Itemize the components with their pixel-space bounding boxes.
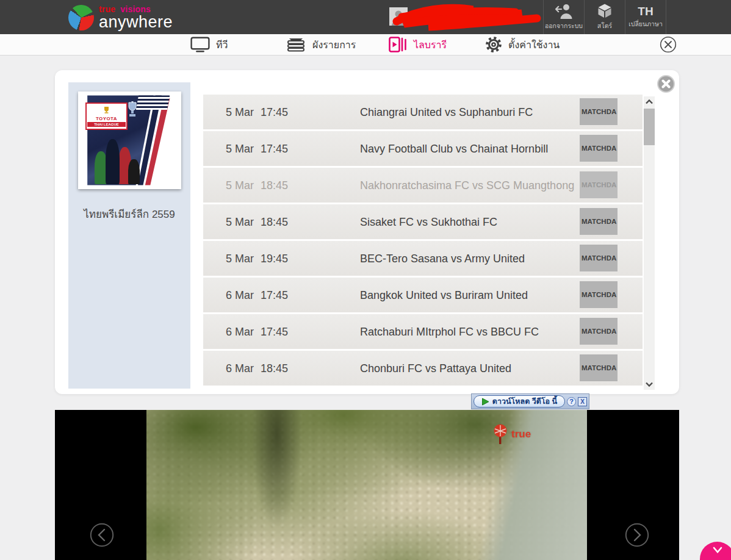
tab-library[interactable]: ไลบรารี bbox=[389, 34, 447, 55]
true-tree-logo-icon bbox=[491, 423, 510, 445]
next-arrow-button[interactable] bbox=[625, 523, 649, 547]
floating-pink-button[interactable] bbox=[700, 542, 731, 560]
matchday-badge: MATCHDA bbox=[580, 98, 618, 125]
match-title: Nakhonratchasima FC vs SCG Muangthong bbox=[360, 179, 574, 192]
list-scrollbar[interactable] bbox=[644, 96, 655, 390]
match-row[interactable]: 6 Mar 17:45 Bangkok United vs Buriram Un… bbox=[203, 278, 643, 312]
matchday-badge: MATCHDA bbox=[580, 208, 618, 235]
store-button[interactable]: สโตร์ bbox=[584, 0, 625, 34]
match-time: 19:45 bbox=[261, 252, 288, 265]
download-video-bar: ดาวน์โหลด วีดีโอ นี้ ? X bbox=[471, 393, 589, 409]
match-row[interactable]: 5 Mar 17:45 Chiangrai United vs Suphanbu… bbox=[203, 95, 643, 129]
guide-icon bbox=[286, 37, 306, 52]
download-button-label: ดาวน์โหลด วีดีโอ นี้ bbox=[492, 395, 557, 407]
toyota-thai-league-logo: TOYOTA THAI LEAGUE bbox=[85, 102, 128, 130]
language-button[interactable]: TH เปลี่ยนภาษา bbox=[625, 0, 666, 34]
nav-close-button[interactable] bbox=[660, 36, 677, 53]
match-date: 6 Mar bbox=[226, 325, 254, 338]
close-chevron-icon bbox=[713, 547, 722, 555]
video-frame[interactable]: true bbox=[146, 410, 587, 560]
match-date: 5 Mar bbox=[226, 252, 254, 265]
match-title: Bangkok United vs Buriram United bbox=[360, 289, 528, 301]
matchday-badge: MATCHDA bbox=[580, 135, 618, 162]
match-time: 17:45 bbox=[261, 325, 288, 338]
league-poster[interactable]: TOYOTA THAI LEAGUE bbox=[78, 92, 181, 189]
match-time: 17:45 bbox=[261, 106, 288, 118]
logout-label: ออกจากระบบ bbox=[545, 21, 583, 31]
poster-sub-text: THAI LEAGUE bbox=[87, 122, 126, 127]
tab-tv[interactable]: ทีวี bbox=[190, 34, 228, 55]
match-date: 5 Mar bbox=[226, 142, 254, 155]
matchday-badge: MATCHDA bbox=[580, 281, 618, 308]
league-sidebar: TOYOTA THAI LEAGUE ไทยพรีเมียร์ลีก 2559 bbox=[68, 82, 190, 389]
language-code: TH bbox=[638, 5, 653, 17]
truevisions-swirl-icon bbox=[68, 5, 94, 31]
panel-close-button[interactable] bbox=[657, 75, 675, 93]
app-header: true visions anywhere ออกจากระบบ สโตร์ bbox=[0, 0, 731, 34]
tab-tv-label: ทีวี bbox=[216, 37, 228, 52]
match-title: Ratchaburi MItrphol FC vs BBCU FC bbox=[360, 325, 539, 338]
match-time: 18:45 bbox=[261, 215, 288, 228]
match-title: Chonburi FC vs Pattaya United bbox=[360, 362, 511, 375]
download-help-button[interactable]: ? bbox=[567, 397, 576, 406]
library-panel: TOYOTA THAI LEAGUE ไทยพรีเมียร์ลีก 2559 … bbox=[55, 70, 679, 394]
match-row[interactable]: 5 Mar 19:45 BEC-Tero Sasana vs Army Unit… bbox=[203, 241, 643, 276]
match-time: 17:45 bbox=[261, 289, 288, 301]
match-row[interactable]: 6 Mar 17:45 Ratchaburi MItrphol FC vs BB… bbox=[203, 314, 643, 349]
settings-gear-icon bbox=[485, 36, 502, 53]
gold-trophy-icon bbox=[103, 106, 110, 113]
close-icon bbox=[661, 79, 671, 88]
match-time: 18:45 bbox=[261, 179, 288, 192]
store-label: สโตร์ bbox=[597, 21, 613, 31]
scrollbar-thumb[interactable] bbox=[644, 109, 655, 145]
channel-watermark: true bbox=[491, 423, 531, 445]
download-close-button[interactable]: X bbox=[578, 397, 587, 406]
match-title: Navy Football Club vs Chainat Hornbill bbox=[360, 142, 548, 155]
match-row[interactable]: 5 Mar 18:45 Nakhonratchasima FC vs SCG M… bbox=[203, 168, 643, 203]
scroll-up-icon[interactable] bbox=[645, 98, 654, 106]
tab-guide[interactable]: ผังรายการ bbox=[286, 34, 356, 55]
brand-word-anywhere: anywhere bbox=[99, 14, 173, 31]
matchday-badge: MATCHDA bbox=[580, 354, 618, 381]
scroll-down-icon[interactable] bbox=[645, 381, 654, 388]
match-list: 5 Mar 17:45 Chiangrai United vs Suphanbu… bbox=[203, 95, 643, 387]
main-nav: ทีวี ผังรายการ ไลบรารี ตั้งค่าใช้งาน bbox=[0, 34, 731, 56]
video-player[interactable]: true bbox=[55, 410, 679, 560]
redaction-scribble bbox=[391, 2, 544, 32]
match-time: 18:45 bbox=[261, 362, 288, 375]
match-time: 17:45 bbox=[261, 142, 288, 155]
match-date: 6 Mar bbox=[226, 289, 254, 301]
match-title: Chiangrai United vs Suphanburi FC bbox=[360, 106, 533, 118]
matchday-badge: MATCHDA bbox=[580, 245, 618, 271]
match-date: 5 Mar bbox=[226, 179, 254, 192]
league-title: ไทยพรีเมียร์ลีก 2559 bbox=[68, 206, 190, 222]
download-video-button[interactable]: ดาวน์โหลด วีดีโอ นี้ bbox=[474, 395, 565, 407]
header-divider bbox=[666, 0, 666, 34]
watermark-text: true bbox=[511, 428, 531, 440]
tab-guide-label: ผังรายการ bbox=[312, 37, 356, 52]
brand-logo: true visions anywhere bbox=[68, 4, 173, 32]
chevron-right-icon bbox=[625, 523, 649, 547]
language-label: เปลี่ยนภาษา bbox=[628, 19, 663, 29]
match-row[interactable]: 6 Mar 18:45 Chonburi FC vs Pattaya Unite… bbox=[203, 351, 643, 386]
prev-arrow-button[interactable] bbox=[90, 523, 114, 547]
matchday-badge: MATCHDA bbox=[580, 171, 618, 198]
players-silhouettes bbox=[93, 127, 146, 184]
match-row[interactable]: 5 Mar 18:45 Sisaket FC vs Sukhothai FC M… bbox=[203, 204, 643, 239]
matchday-badge: MATCHDA bbox=[580, 318, 618, 345]
tab-settings-label: ตั้งค่าใช้งาน bbox=[508, 37, 560, 52]
match-date: 5 Mar bbox=[226, 106, 254, 118]
match-title: Sisaket FC vs Sukhothai FC bbox=[360, 215, 497, 228]
poster-brand-text: TOYOTA bbox=[87, 116, 126, 121]
tab-library-label: ไลบรารี bbox=[414, 37, 447, 52]
play-download-icon bbox=[481, 398, 489, 406]
match-row[interactable]: 5 Mar 17:45 Navy Football Club vs Chaina… bbox=[203, 131, 643, 166]
close-icon bbox=[660, 36, 677, 53]
tv-icon bbox=[190, 37, 210, 52]
tab-settings[interactable]: ตั้งค่าใช้งาน bbox=[485, 34, 560, 55]
match-date: 5 Mar bbox=[226, 215, 254, 228]
chevron-left-icon bbox=[90, 523, 114, 547]
match-title: BEC-Tero Sasana vs Army United bbox=[360, 252, 525, 265]
store-cube-icon bbox=[597, 3, 613, 19]
logout-button[interactable]: ออกจากระบบ bbox=[543, 0, 584, 34]
